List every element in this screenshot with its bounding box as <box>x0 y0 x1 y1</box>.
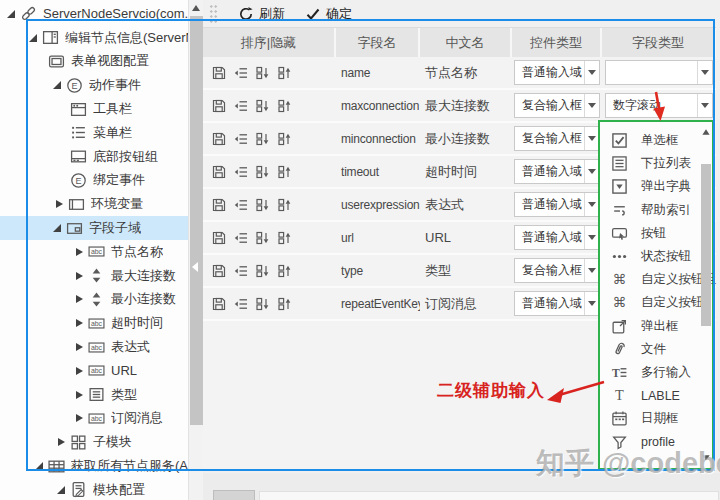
column-header[interactable]: 排序|隐藏 <box>203 28 336 57</box>
bottom-tab-wide[interactable] <box>259 491 719 500</box>
control-type-select[interactable]: 普通输入域 <box>514 291 600 316</box>
collapsed-arrow-icon[interactable] <box>70 295 88 303</box>
hide-column-icon[interactable] <box>233 65 249 81</box>
dropdown-scrollbar[interactable] <box>699 122 712 468</box>
hide-column-icon[interactable] <box>233 98 249 114</box>
chevron-down-icon[interactable] <box>584 160 599 183</box>
expanded-arrow-icon[interactable] <box>24 34 42 42</box>
move-up-icon[interactable] <box>277 197 293 213</box>
control-type-select[interactable]: 复合输入框 <box>514 93 600 118</box>
chevron-down-icon[interactable] <box>584 127 599 150</box>
dropdown-item[interactable]: 弹出字典 <box>600 175 712 198</box>
tree-item[interactable]: 环境变量 <box>0 192 188 216</box>
move-up-icon[interactable] <box>277 65 293 81</box>
chevron-down-icon[interactable] <box>697 61 712 84</box>
move-up-icon[interactable] <box>277 296 293 312</box>
move-up-icon[interactable] <box>277 131 293 147</box>
move-up-icon[interactable] <box>277 164 293 180</box>
tree-item[interactable]: 字段子域 <box>0 216 188 240</box>
tree-item[interactable]: 底部按钮组 <box>0 145 188 169</box>
control-type-select[interactable]: 普通输入域 <box>514 192 600 217</box>
dropdown-item[interactable]: ⌘自定义按钮组 <box>600 268 712 291</box>
control-type-select[interactable]: 普通输入域 <box>514 159 600 184</box>
move-down-icon[interactable] <box>255 296 271 312</box>
column-header[interactable]: 中文名 <box>420 28 512 57</box>
collapsed-arrow-icon[interactable] <box>70 272 88 280</box>
tree-item[interactable]: ServerNodeServcio(com.ds.s <box>0 2 188 26</box>
move-up-icon[interactable] <box>277 98 293 114</box>
tree-item[interactable]: 子模块 <box>0 430 188 454</box>
tree-item[interactable]: 模块配置 <box>0 478 188 500</box>
tree-item[interactable]: abc节点名称 <box>0 240 188 264</box>
dropdown-item[interactable]: 文件 <box>600 338 712 361</box>
hide-column-icon[interactable] <box>233 230 249 246</box>
collapsed-arrow-icon[interactable] <box>50 200 68 208</box>
chevron-down-icon[interactable] <box>584 61 599 84</box>
tree-item[interactable]: abc订阅消息 <box>0 407 188 431</box>
collapsed-arrow-icon[interactable] <box>70 391 88 399</box>
collapsed-arrow-icon[interactable] <box>52 438 70 446</box>
move-down-icon[interactable] <box>255 197 271 213</box>
chevron-down-icon[interactable] <box>584 292 599 315</box>
tree-item[interactable]: abc表达式 <box>0 335 188 359</box>
scroll-up-icon[interactable] <box>702 129 709 134</box>
dropdown-item[interactable]: 下拉列表 <box>600 152 712 175</box>
bottom-tab[interactable] <box>213 490 255 500</box>
tree-item[interactable]: 最小连接数 <box>0 288 188 312</box>
tree-item[interactable]: 工具栏 <box>0 97 188 121</box>
move-down-icon[interactable] <box>255 98 271 114</box>
dropdown-scrollbar-thumb[interactable] <box>701 164 711 326</box>
scroll-up-icon[interactable] <box>192 5 200 11</box>
move-down-icon[interactable] <box>255 230 271 246</box>
expanded-arrow-icon[interactable] <box>48 224 66 232</box>
chevron-down-icon[interactable] <box>584 94 599 117</box>
dropdown-item[interactable]: 日期框 <box>600 407 712 430</box>
chevron-down-icon[interactable] <box>584 259 599 282</box>
control-type-select[interactable]: 复合输入框 <box>514 126 600 151</box>
save-icon[interactable] <box>211 131 227 147</box>
hide-column-icon[interactable] <box>233 296 249 312</box>
move-down-icon[interactable] <box>255 263 271 279</box>
column-header[interactable]: 控件类型 <box>512 28 602 57</box>
save-icon[interactable] <box>211 98 227 114</box>
dropdown-item[interactable]: T多行输入 <box>600 361 712 384</box>
tree-item[interactable]: 获取所有节点服务(AllSer <box>0 454 188 478</box>
collapsed-arrow-icon[interactable] <box>70 343 88 351</box>
control-type-select[interactable]: 复合输入框 <box>514 258 600 283</box>
dropdown-item[interactable]: 帮助索引 <box>600 199 712 222</box>
move-down-icon[interactable] <box>255 131 271 147</box>
move-down-icon[interactable] <box>255 65 271 81</box>
tree-item[interactable]: abc超时时间 <box>0 311 188 335</box>
dropdown-item[interactable]: 按钮 <box>600 222 712 245</box>
refresh-button[interactable]: 刷新 <box>238 5 285 23</box>
expanded-arrow-icon[interactable] <box>48 81 66 89</box>
expanded-arrow-icon[interactable] <box>30 462 48 470</box>
hide-column-icon[interactable] <box>233 263 249 279</box>
chevron-down-icon[interactable] <box>584 226 599 249</box>
tree-item[interactable]: E动作事件 <box>0 73 188 97</box>
tree-item[interactable]: 菜单栏 <box>0 121 188 145</box>
field-type-select[interactable] <box>605 60 713 85</box>
save-icon[interactable] <box>211 65 227 81</box>
dropdown-item[interactable]: 弹出框 <box>600 315 712 338</box>
dropdown-item[interactable]: profile <box>600 430 712 453</box>
column-header[interactable]: 字段类型 <box>602 28 716 57</box>
collapsed-arrow-icon[interactable] <box>70 248 88 256</box>
tree-item[interactable]: abcURL <box>0 359 188 383</box>
drag-grip[interactable] <box>209 4 218 24</box>
collapse-panel-handle[interactable] <box>187 252 203 282</box>
tree-item[interactable]: 类型 <box>0 383 188 407</box>
collapsed-arrow-icon[interactable] <box>70 367 88 375</box>
save-icon[interactable] <box>211 296 227 312</box>
collapsed-arrow-icon[interactable] <box>70 414 88 422</box>
control-type-select[interactable]: 普通输入域 <box>514 60 600 85</box>
expanded-arrow-icon[interactable] <box>52 486 70 494</box>
column-header[interactable]: 字段名 <box>336 28 420 57</box>
field-type-select[interactable]: 数字滚动 <box>605 93 713 118</box>
move-down-icon[interactable] <box>255 164 271 180</box>
collapsed-arrow-icon[interactable] <box>70 319 88 327</box>
hide-column-icon[interactable] <box>233 131 249 147</box>
save-icon[interactable] <box>211 164 227 180</box>
dropdown-item[interactable]: ⌘自定义按钮 <box>600 291 712 314</box>
dropdown-item[interactable]: TLABLE <box>600 384 712 407</box>
